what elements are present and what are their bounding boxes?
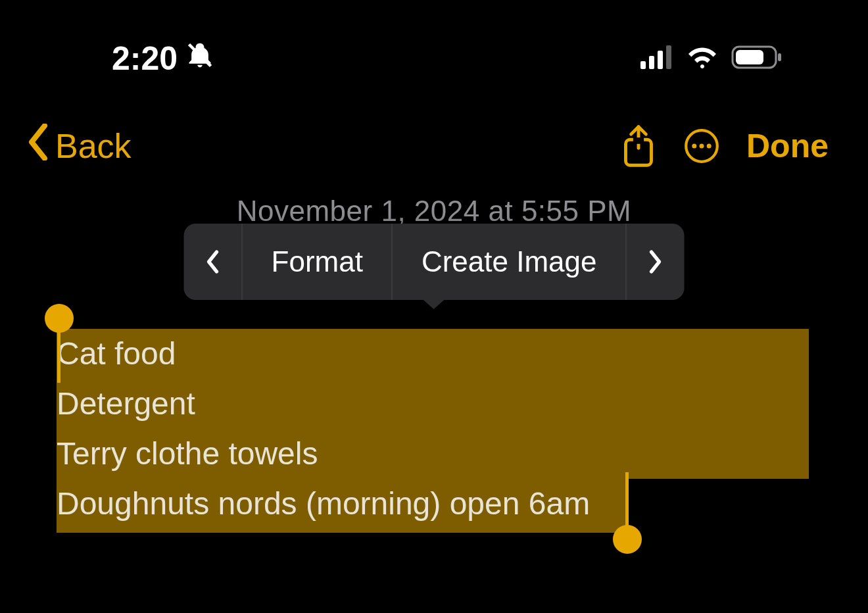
dnd-icon <box>185 39 214 78</box>
note-line: Cat food <box>57 329 809 379</box>
status-left: 2:20 <box>112 39 214 78</box>
status-right <box>640 45 796 72</box>
menu-next-button[interactable] <box>626 224 684 300</box>
svg-rect-4 <box>666 45 671 69</box>
menu-prev-button[interactable] <box>184 224 243 300</box>
battery-icon <box>731 45 783 72</box>
back-label: Back <box>55 126 132 166</box>
svg-rect-1 <box>640 61 646 69</box>
selection-handle-start[interactable] <box>45 304 74 333</box>
done-button[interactable]: Done <box>746 127 829 165</box>
note-content[interactable]: Cat food Detergent Terry clothe towels D… <box>57 329 809 529</box>
context-menu: Format Create Image <box>184 224 685 300</box>
wifi-icon <box>687 45 718 72</box>
svg-rect-7 <box>778 53 781 61</box>
nav-bar: Back Done <box>0 91 868 175</box>
menu-create-image-button[interactable]: Create Image <box>393 224 627 300</box>
selection-handle-end[interactable] <box>613 525 642 554</box>
status-bar: 2:20 <box>0 0 868 91</box>
note-line: Terry clothe towels <box>57 429 809 479</box>
note-line: Doughnuts nords (morning) open 6am <box>57 479 809 529</box>
svg-rect-3 <box>658 51 663 69</box>
svg-point-13 <box>707 144 711 149</box>
svg-rect-6 <box>736 50 763 64</box>
cellular-icon <box>640 45 673 72</box>
note-timestamp: November 1, 2024 at 5:55 PM <box>0 195 868 228</box>
svg-rect-9 <box>633 137 644 144</box>
status-time: 2:20 <box>112 39 178 78</box>
note-line: Detergent <box>57 379 809 429</box>
more-button[interactable] <box>683 128 720 164</box>
svg-point-11 <box>692 144 696 149</box>
chevron-left-icon <box>26 124 50 168</box>
share-button[interactable] <box>620 128 657 164</box>
menu-format-button[interactable]: Format <box>243 224 393 300</box>
back-button[interactable]: Back <box>26 124 132 168</box>
svg-rect-2 <box>649 56 654 69</box>
svg-point-12 <box>700 144 704 149</box>
nav-right: Done <box>620 127 829 165</box>
